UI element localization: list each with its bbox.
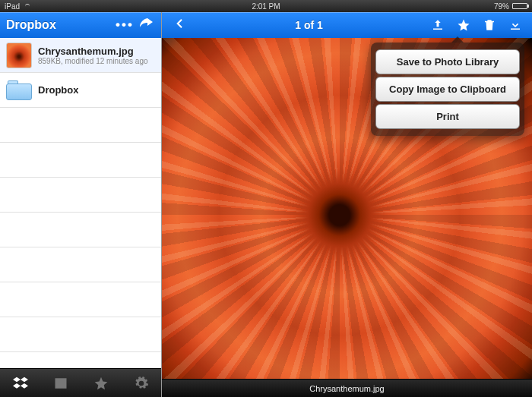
tab-dropbox[interactable] <box>0 369 40 397</box>
tab-settings[interactable] <box>121 369 161 397</box>
sidebar-header: Dropbox ••• <box>0 12 161 38</box>
empty-row <box>0 317 161 352</box>
download-icon <box>508 18 522 32</box>
empty-row <box>0 213 161 247</box>
chevron-left-icon <box>173 17 186 30</box>
viewer-pane: 1 of 1 Chrysanthemum.jpg Save to Photo L <box>162 12 532 397</box>
page-counter: 1 of 1 <box>195 19 423 31</box>
download-button[interactable] <box>505 14 526 36</box>
status-bar: iPad 2:01 PM 79% <box>0 0 532 12</box>
sidebar-share-button[interactable] <box>137 16 155 34</box>
viewer-toolbar: 1 of 1 <box>162 12 532 38</box>
folder-name: Dropbox <box>38 84 78 96</box>
battery-icon <box>512 3 527 9</box>
print-button[interactable]: Print <box>375 104 520 129</box>
action-popover: Save to Photo Library Copy Image to Clip… <box>371 43 524 136</box>
viewer-filename: Chrysanthemum.jpg <box>309 384 384 393</box>
wifi-icon <box>23 3 32 9</box>
file-list: Chrysanthemum.jpg 859KB, modified 12 min… <box>0 38 161 368</box>
empty-row <box>0 247 161 282</box>
delete-button[interactable] <box>479 14 500 36</box>
empty-row <box>0 282 161 317</box>
gear-icon <box>134 376 149 391</box>
sidebar-tabbar <box>0 368 161 397</box>
clock: 2:01 PM <box>252 2 280 11</box>
trash-icon <box>483 18 496 32</box>
sidebar-more-button[interactable]: ••• <box>116 16 134 34</box>
copy-to-clipboard-button[interactable]: Copy Image to Clipboard <box>375 77 520 102</box>
tab-favorites[interactable] <box>81 369 121 397</box>
empty-row <box>0 178 161 213</box>
viewer-footer: Chrysanthemum.jpg <box>162 379 532 397</box>
battery-percent: 79% <box>494 2 509 11</box>
list-item[interactable]: Chrysanthemum.jpg 859KB, modified 12 min… <box>0 38 161 73</box>
star-icon <box>457 18 470 32</box>
image-thumbnail-icon <box>6 43 32 68</box>
back-button[interactable] <box>168 17 191 34</box>
action-share-button[interactable] <box>427 14 448 36</box>
empty-row <box>0 108 161 143</box>
empty-row <box>0 143 161 178</box>
favorite-button[interactable] <box>453 14 474 36</box>
save-to-photo-library-button[interactable]: Save to Photo Library <box>375 49 520 74</box>
dropbox-icon <box>13 376 28 391</box>
file-subtitle: 859KB, modified 12 minutes ago <box>38 57 148 65</box>
list-item[interactable]: Dropbox <box>0 73 161 108</box>
share-icon <box>137 16 155 34</box>
more-icon: ••• <box>116 17 134 33</box>
sidebar-title: Dropbox <box>6 18 112 32</box>
device-label: iPad <box>5 2 20 11</box>
sidebar: Dropbox ••• Chrysanthemum.jpg 859KB, mod… <box>0 12 162 397</box>
star-icon <box>93 376 109 391</box>
file-name: Chrysanthemum.jpg <box>38 46 148 57</box>
action-icon <box>431 18 445 32</box>
photos-icon <box>53 376 68 391</box>
tab-photos[interactable] <box>40 369 81 397</box>
folder-icon <box>6 80 32 100</box>
